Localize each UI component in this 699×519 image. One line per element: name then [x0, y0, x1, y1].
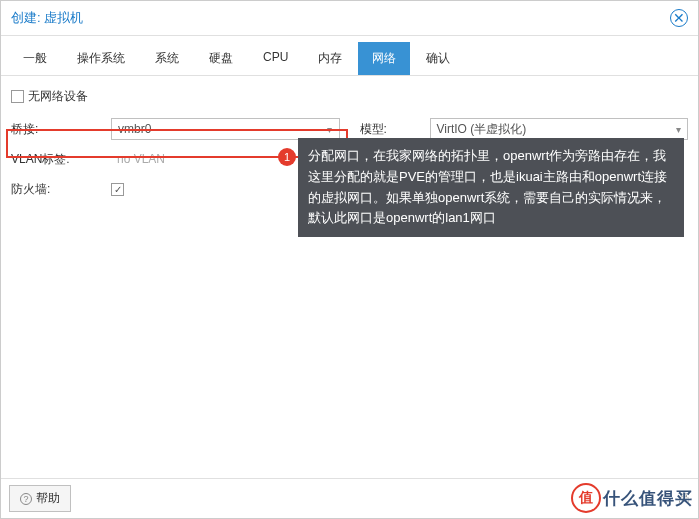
no-network-label: 无网络设备: [28, 88, 88, 105]
no-network-row: 无网络设备: [11, 88, 688, 105]
tab-system[interactable]: 系统: [141, 42, 193, 75]
model-label: 模型:: [360, 121, 430, 138]
annotation-tooltip: 分配网口，在我家网络的拓扑里，openwrt作为旁路由存在，我这里分配的就是PV…: [298, 138, 684, 237]
tab-os[interactable]: 操作系统: [63, 42, 139, 75]
bridge-label: 桥接:: [11, 121, 111, 138]
vlan-value: no VLAN: [117, 152, 165, 166]
model-value: VirtIO (半虚拟化): [437, 121, 527, 138]
annotation-badge: 1: [278, 148, 296, 166]
tab-disk[interactable]: 硬盘: [195, 42, 247, 75]
watermark-icon: 值: [571, 483, 601, 513]
tab-confirm[interactable]: 确认: [412, 42, 464, 75]
no-network-checkbox[interactable]: [11, 90, 24, 103]
help-icon: ?: [20, 493, 32, 505]
watermark-text: 什么值得买: [603, 487, 693, 510]
model-combo[interactable]: VirtIO (半虚拟化): [430, 118, 689, 140]
close-icon[interactable]: ✕: [670, 9, 688, 27]
tab-general[interactable]: 一般: [9, 42, 61, 75]
dialog-header: 创建: 虚拟机 ✕: [1, 1, 698, 36]
form-body: 无网络设备 桥接: vmbr0 ▾ VLAN标签:: [1, 76, 698, 478]
firewall-checkbox[interactable]: ✓: [111, 183, 124, 196]
bridge-combo[interactable]: vmbr0: [111, 118, 340, 140]
dialog-title: 创建: 虚拟机: [11, 9, 83, 27]
tab-network[interactable]: 网络: [358, 42, 410, 75]
tab-memory[interactable]: 内存: [304, 42, 356, 75]
firewall-row: 防火墙: ✓: [11, 175, 340, 203]
help-label: 帮助: [36, 490, 60, 507]
vlan-label: VLAN标签:: [11, 151, 111, 168]
bridge-value: vmbr0: [118, 122, 151, 136]
create-vm-dialog: IO 阈值 0.00% 20.4 创建: 虚拟机 ✕ 一般 操作系统 系统 硬盘…: [0, 0, 699, 519]
tab-cpu[interactable]: CPU: [249, 42, 302, 75]
wizard-tabs: 一般 操作系统 系统 硬盘 CPU 内存 网络 确认: [1, 36, 698, 76]
watermark: 值 什么值得买: [571, 483, 693, 513]
bridge-row: 桥接: vmbr0 ▾: [11, 115, 340, 143]
help-button[interactable]: ? 帮助: [9, 485, 71, 512]
firewall-label: 防火墙:: [11, 181, 111, 198]
